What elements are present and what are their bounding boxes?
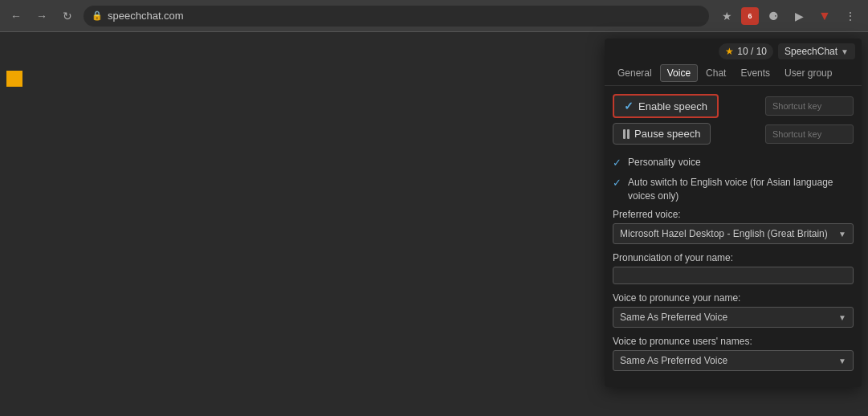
voice-pronounce-name-label: Voice to pronunce your name: bbox=[613, 292, 854, 304]
address-bar[interactable]: 🔒 speechchat.com bbox=[84, 6, 709, 27]
bookmark-button[interactable]: ★ bbox=[715, 5, 738, 27]
voice-pronounce-name-field: Voice to pronunce your name: Same As Pre… bbox=[613, 292, 854, 328]
personality-voice-check-icon: ✓ bbox=[613, 157, 621, 169]
lock-icon: 🔒 bbox=[92, 10, 103, 21]
voice-pronounce-users-field: Voice to pronunce users' names: Same As … bbox=[613, 336, 854, 371]
voice-pronounce-users-select[interactable]: Same As Preferred Voice ▼ bbox=[613, 350, 854, 371]
enable-speech-row: ✓ Enable speech bbox=[613, 94, 854, 118]
pause-speech-row: Pause speech bbox=[613, 123, 854, 145]
tab-user-group[interactable]: User group bbox=[778, 65, 838, 81]
voice-pronounce-name-select[interactable]: Same As Preferred Voice ▼ bbox=[613, 307, 854, 328]
panel-body: ✓ Enable speech Pause speech ✓ bbox=[605, 86, 862, 387]
settings-panel: ★ 10 / 10 SpeechChat ▼ General Voice Cha… bbox=[605, 39, 862, 387]
pause-speech-label: Pause speech bbox=[634, 128, 700, 140]
rating-text: 10 / 10 bbox=[737, 46, 767, 57]
voice-pronounce-users-value: Same As Preferred Voice bbox=[620, 355, 727, 366]
browser-chrome: ← → ↻ 🔒 speechchat.com ★ 6 ⚈ ▶ ▼ ⋮ bbox=[0, 0, 868, 32]
enable-speech-label: Enable speech bbox=[638, 100, 707, 112]
pause-bar-right bbox=[627, 129, 630, 139]
enable-speech-button[interactable]: ✓ Enable speech bbox=[613, 94, 719, 118]
pause-bar-left bbox=[623, 129, 626, 139]
auto-switch-check-icon: ✓ bbox=[613, 177, 621, 189]
personality-voice-row: ✓ Personality voice bbox=[613, 156, 854, 169]
forward-button[interactable]: → bbox=[32, 6, 51, 26]
site-selector[interactable]: SpeechChat ▼ bbox=[778, 43, 855, 59]
star-icon: ★ bbox=[725, 46, 734, 57]
moretools-button[interactable]: ▼ bbox=[813, 5, 836, 27]
nav-tabs: General Voice Chat Events User group bbox=[605, 64, 862, 86]
preferred-voice-field: Preferred voice: Microsoft Hazel Desktop… bbox=[613, 209, 854, 244]
panel-header: ★ 10 / 10 SpeechChat ▼ bbox=[605, 39, 862, 64]
preferred-voice-value: Microsoft Hazel Desktop - English (Great… bbox=[620, 228, 828, 239]
site-selector-arrow-icon: ▼ bbox=[841, 47, 849, 56]
favicon-area bbox=[6, 71, 22, 87]
pronunciation-label: Pronunciation of your name: bbox=[613, 252, 854, 263]
main-content: ★ 10 / 10 SpeechChat ▼ General Voice Cha… bbox=[0, 32, 868, 416]
voice-pronounce-name-value: Same As Preferred Voice bbox=[620, 312, 727, 323]
cast-button[interactable]: ▶ bbox=[788, 5, 810, 27]
extensions-button[interactable]: ⚈ bbox=[762, 5, 784, 27]
browser-actions: ★ 6 ⚈ ▶ ▼ ⋮ bbox=[715, 5, 862, 27]
reload-button[interactable]: ↻ bbox=[58, 6, 77, 26]
preferred-voice-select[interactable]: Microsoft Hazel Desktop - English (Great… bbox=[613, 223, 854, 244]
url-text: speechchat.com bbox=[108, 10, 184, 22]
voice-pronounce-users-arrow-icon: ▼ bbox=[838, 357, 846, 365]
extension-red-button[interactable]: 6 bbox=[741, 7, 759, 25]
preferred-voice-arrow-icon: ▼ bbox=[838, 230, 846, 239]
pause-speech-shortcut-input[interactable] bbox=[765, 124, 854, 144]
pronunciation-field: Pronunciation of your name: bbox=[613, 252, 854, 292]
preferred-voice-label: Preferred voice: bbox=[613, 209, 854, 220]
pronunciation-input[interactable] bbox=[613, 267, 854, 284]
voice-pronounce-users-label: Voice to pronunce users' names: bbox=[613, 336, 854, 347]
tab-chat[interactable]: Chat bbox=[699, 65, 732, 81]
pause-icon bbox=[623, 129, 630, 139]
auto-switch-label: Auto switch to English voice (for Asian … bbox=[628, 176, 854, 203]
back-button[interactable]: ← bbox=[6, 6, 26, 26]
personality-voice-label: Personality voice bbox=[628, 156, 701, 169]
tab-general[interactable]: General bbox=[611, 65, 658, 81]
enable-speech-check-icon: ✓ bbox=[624, 100, 634, 112]
favicon bbox=[6, 71, 22, 87]
voice-pronounce-name-arrow-icon: ▼ bbox=[838, 313, 846, 322]
tab-events[interactable]: Events bbox=[734, 65, 776, 81]
enable-speech-shortcut-input[interactable] bbox=[765, 96, 854, 116]
rating-badge: ★ 10 / 10 bbox=[719, 43, 773, 59]
pause-speech-button[interactable]: Pause speech bbox=[613, 123, 711, 145]
tab-voice[interactable]: Voice bbox=[660, 64, 698, 82]
menu-button[interactable]: ⋮ bbox=[839, 5, 862, 27]
site-name: SpeechChat bbox=[784, 46, 837, 57]
auto-switch-row: ✓ Auto switch to English voice (for Asia… bbox=[613, 176, 854, 203]
